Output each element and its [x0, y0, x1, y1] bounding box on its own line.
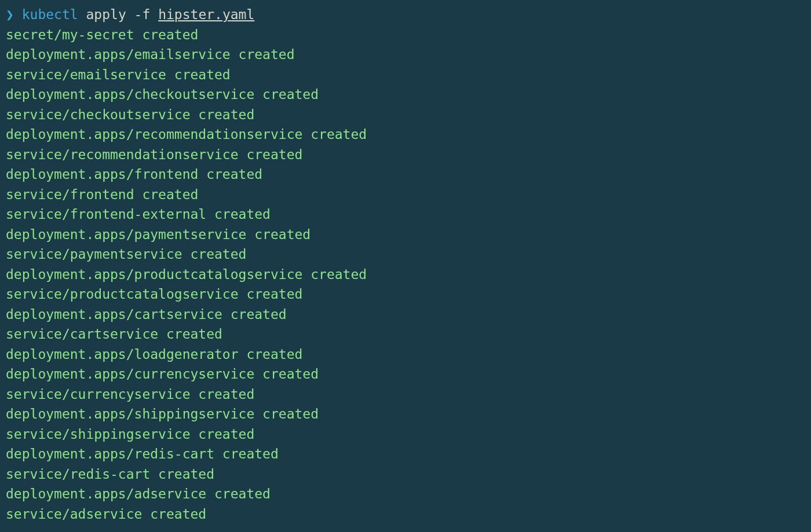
output-line: service/redis-cart created: [6, 464, 805, 485]
output-line: service/frontend-external created: [6, 204, 805, 225]
output-line: service/frontend created: [6, 185, 805, 205]
output-line: deployment.apps/cartservice created: [6, 304, 805, 325]
output-line: deployment.apps/adservice created: [6, 484, 805, 504]
output-line: secret/my-secret created: [6, 25, 805, 45]
output-line: deployment.apps/emailservice created: [6, 45, 805, 65]
output-line: service/paymentservice created: [6, 244, 805, 265]
terminal-window[interactable]: ❯ kubectl apply -f hipster.yaml secret/m…: [6, 5, 805, 524]
output-line: deployment.apps/checkoutservice created: [6, 85, 805, 105]
output-line: service/adservice created: [6, 504, 805, 524]
output-line: deployment.apps/shippingservice created: [6, 404, 805, 424]
prompt-glyph: ❯: [6, 7, 14, 22]
output-line: service/currencyservice created: [6, 384, 805, 405]
command-executable: kubectl: [22, 7, 78, 22]
output-line: service/shippingservice created: [6, 424, 805, 445]
output-line: service/checkoutservice created: [6, 105, 805, 125]
output-line: deployment.apps/recommendationservice cr…: [6, 124, 805, 145]
output-line: service/cartservice created: [6, 324, 805, 344]
output-line: service/productcatalogservice created: [6, 284, 805, 304]
output-line: deployment.apps/productcatalogservice cr…: [6, 265, 805, 285]
output-line: deployment.apps/loadgenerator created: [6, 344, 805, 365]
output-line: service/recommendationservice created: [6, 145, 805, 165]
output-line: deployment.apps/frontend created: [6, 164, 805, 185]
command-prompt-line: ❯ kubectl apply -f hipster.yaml: [6, 5, 805, 25]
command-args: apply -f: [78, 7, 158, 22]
command-filename: hipster.yaml: [158, 7, 254, 22]
output-line: deployment.apps/redis-cart created: [6, 444, 805, 464]
terminal-output: secret/my-secret createddeployment.apps/…: [6, 25, 805, 524]
output-line: service/emailservice created: [6, 65, 805, 85]
output-line: deployment.apps/paymentservice created: [6, 225, 805, 245]
output-line: deployment.apps/currencyservice created: [6, 364, 805, 384]
